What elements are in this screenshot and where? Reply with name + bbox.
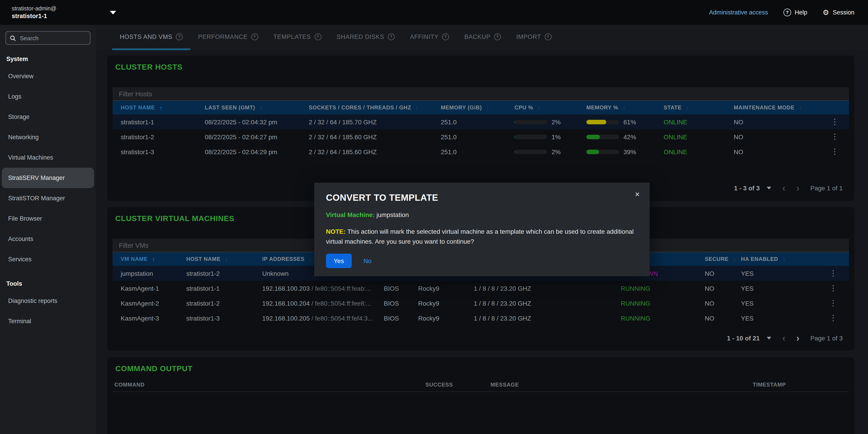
last-seen-cell: 08/22/2025 - 02:04:29 pm [197,148,301,155]
help-button[interactable]: ? Help [783,8,807,16]
cluster-hosts-title: CLUSTER HOSTS [115,63,849,72]
no-button[interactable]: No [364,257,372,265]
column-header-label: SECURE [705,256,728,262]
column-header[interactable]: HOST NAME↑ [113,104,197,111]
column-header[interactable]: MEMORY (GiB)↕ [433,104,506,111]
column-header[interactable]: CPU %↕ [506,104,578,111]
usage-percent: 39% [623,148,636,155]
sidebar-item-stratistor-manager[interactable]: StratiSTOR Manager [2,188,94,209]
vm-boot-cell: BIOS [376,285,410,292]
tab-hosts-and-vms[interactable]: HOSTS AND VMS? [112,25,190,50]
kebab-menu-icon[interactable]: ⋮ [817,269,849,278]
host-table-row[interactable]: stratistor1-108/22/2025 - 02:04:32 pm2 /… [113,114,849,129]
usage-cell: 61% [578,118,655,125]
sidebar-item-services[interactable]: Services [2,249,94,270]
app-root: stratistor-admin@ stratistor1-1 Administ… [0,0,868,434]
host-table-row[interactable]: stratistor1-308/22/2025 - 02:04:29 pm2 /… [113,144,849,159]
sidebar-item-stratiserv-manager[interactable]: StratiSERV Manager [2,168,94,188]
vm-ha-cell: YES [733,300,817,307]
kebab-menu-icon[interactable]: ⋮ [820,147,849,156]
sidebar-nav: SystemOverviewLogsStorageNetworkingVirtu… [0,45,96,331]
vm-ip-primary: 192.168.100.203 [262,285,310,292]
tab-templates[interactable]: TEMPLATES? [266,25,329,50]
sidebar-item-terminal[interactable]: Terminal [2,311,94,331]
topbar-right: Administrative access ? Help ⚙ Session [709,8,868,17]
question-circle-icon: ? [388,33,395,40]
usage-percent: 2% [552,148,561,155]
tab-performance[interactable]: PERFORMANCE? [190,25,266,50]
help-label: Help [795,9,807,16]
last-seen-cell: 08/22/2025 - 02:04:32 pm [197,118,301,125]
usage-bar-fill [586,149,599,154]
tab-shared-disks[interactable]: SHARED DISKS? [329,25,402,50]
sidebar-group-heading: Tools [0,270,96,291]
chevron-right-icon[interactable]: › [796,334,800,343]
column-header[interactable]: MAINTENANCE MODE↕ [725,104,820,111]
column-header[interactable]: STATE↕ [655,104,725,111]
user-menu[interactable]: stratistor-admin@ stratistor1-1 [0,5,116,20]
kebab-menu-icon[interactable]: ⋮ [817,313,849,323]
usage-bar [515,120,547,124]
sidebar-item-overview[interactable]: Overview [2,66,94,86]
column-header[interactable]: VM NAME↑ [113,256,178,262]
chevron-left-icon[interactable]: ‹ [782,334,785,343]
sidebar-item-accounts[interactable]: Accounts [2,229,94,249]
user-name: stratistor-admin@ [12,5,57,12]
sort-icon: ↕ [416,104,418,111]
vm-topology-cell: 1 / 8 / 8 / 23.20 GHZ [466,300,613,307]
sidebar-item-networking[interactable]: Networking [2,127,94,147]
vm-ha-cell: YES [733,285,817,292]
sidebar-item-storage[interactable]: Storage [2,107,94,127]
tab-label: BACKUP [464,33,491,40]
select-caret-icon[interactable] [767,337,772,340]
chevron-right-icon[interactable]: › [796,184,800,193]
column-header[interactable]: LAST SEEN (GMT)↕ [197,104,301,111]
modal-vm-line: Virtual Machine: jumpstation [326,211,638,218]
yes-button[interactable]: Yes [326,254,352,268]
column-header[interactable]: HOST NAME↕ [178,256,254,262]
caret-down-icon[interactable] [110,11,116,14]
sidebar-item-logs[interactable]: Logs [2,86,94,107]
sidebar-item-virtual-machines[interactable]: Virtual Machines [2,147,94,168]
chevron-left-icon[interactable]: ‹ [782,184,785,193]
command-output-title: COMMAND OUTPUT [115,364,849,373]
tab-affinity[interactable]: AFFINITY? [402,25,457,50]
usage-cell: 2% [506,148,578,155]
sidebar: SystemOverviewLogsStorageNetworkingVirtu… [0,25,96,434]
host-table-row[interactable]: stratistor1-208/22/2025 - 02:04:27 pm2 /… [113,129,849,144]
usage-percent: 42% [623,133,636,141]
close-icon[interactable]: × [635,190,640,199]
tab-backup[interactable]: BACKUP? [457,25,508,50]
sidebar-item-file-browser[interactable]: File Browser [2,209,94,229]
vm-table-row[interactable]: KasmAgent-3stratistor1-3192.168.100.205 … [113,311,849,326]
session-button[interactable]: ⚙ Session [823,8,855,17]
sidebar-item-diagnostic-reports[interactable]: Diagnostic reports [2,291,94,311]
vm-table-row[interactable]: KasmAgent-2stratistor1-2192.168.100.204 … [113,296,849,311]
topology-cell: 2 / 32 / 64 / 185.60 GHZ [301,133,433,141]
vm-ip-primary: Unknown [262,270,289,277]
kebab-menu-icon[interactable]: ⋮ [817,283,849,293]
search-input[interactable] [19,34,86,42]
vm-host-cell: stratistor1-2 [178,270,254,277]
usage-bar [586,134,619,139]
tab-import[interactable]: IMPORT? [508,25,559,50]
kebab-menu-icon[interactable]: ⋮ [820,132,849,142]
column-header[interactable]: HA ENABLED↕ [733,256,817,262]
column-header[interactable]: SOCKETS / CORES / THREADS / GHZ↕ [301,104,433,111]
vm-ip-cell: 192.168.100.203 / fe80::5054:ff:feab:... [254,285,376,292]
usage-cell: 42% [578,133,655,141]
column-header[interactable]: SECURE↕ [697,256,733,262]
column-header-label: MEMORY (GiB) [441,104,482,111]
filter-hosts-input[interactable] [113,87,849,101]
last-seen-cell: 08/22/2025 - 02:04:27 pm [197,133,301,141]
vm-ip-secondary: / fe80::5054:ff:fef4:3... [310,314,373,322]
administrative-access-link[interactable]: Administrative access [709,9,768,16]
vm-table-row[interactable]: KasmAgent-1stratistor1-1192.168.100.203 … [113,281,849,296]
kebab-menu-icon[interactable]: ⋮ [817,298,849,308]
modal-note: NOTE: This action will mark the selected… [326,226,638,246]
kebab-menu-icon[interactable]: ⋮ [820,117,849,127]
sort-icon: ↕ [782,256,785,262]
pagination-range: 1 - 10 of 21 [727,335,760,342]
column-header[interactable]: MEMORY %↕ [578,104,655,111]
select-caret-icon[interactable] [767,187,772,189]
